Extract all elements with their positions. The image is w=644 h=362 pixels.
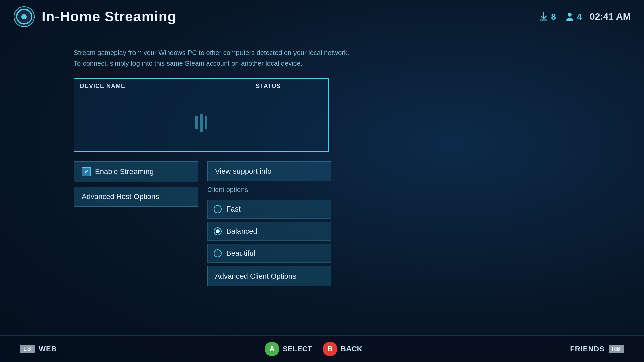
description: Stream gameplay from your Windows PC to … xyxy=(74,47,570,69)
footer-back-action: B BACK xyxy=(323,342,362,356)
radio-balanced-label: Balanced xyxy=(226,227,257,236)
rb-badge: RB xyxy=(609,345,624,353)
footer-right: FRIENDS RB xyxy=(570,345,624,353)
loading-bar-2 xyxy=(200,114,203,132)
table-body xyxy=(74,94,328,151)
description-line1: Stream gameplay from your Windows PC to … xyxy=(74,47,570,58)
back-label: BACK xyxy=(341,345,362,353)
footer-center: A SELECT B BACK xyxy=(265,342,362,356)
loading-bar-1 xyxy=(195,116,198,129)
right-column: View support info Client options Fast Ba… xyxy=(207,161,331,286)
header-right: 8 4 02:41 AM xyxy=(538,11,631,22)
client-option-balanced[interactable]: Balanced xyxy=(207,222,331,241)
friends-icon xyxy=(564,11,575,22)
advanced-client-button[interactable]: Advanced Client Options xyxy=(207,266,331,286)
svg-point-3 xyxy=(568,13,572,17)
radio-beautiful-circle xyxy=(214,249,222,257)
loading-bar-3 xyxy=(205,116,207,129)
steam-logo-icon xyxy=(13,6,35,27)
footer-select-action: A SELECT xyxy=(265,342,312,356)
b-button[interactable]: B xyxy=(323,342,337,356)
table-header: DEVICE NAME STATUS xyxy=(74,79,328,94)
description-line2: To connect, simply log into this same St… xyxy=(74,58,570,69)
client-option-beautiful[interactable]: Beautiful xyxy=(207,244,331,263)
footer-left: LB WEB xyxy=(20,345,57,353)
enable-streaming-checkbox: ✓ xyxy=(82,167,91,176)
device-table: DEVICE NAME STATUS xyxy=(74,78,329,152)
enable-streaming-button[interactable]: ✓ Enable Streaming xyxy=(74,161,198,182)
advanced-client-label: Advanced Client Options xyxy=(215,272,296,281)
loading-indicator xyxy=(195,114,207,132)
client-options-label: Client options xyxy=(207,185,331,195)
enable-streaming-label: Enable Streaming xyxy=(95,167,154,176)
radio-fast-label: Fast xyxy=(226,205,241,214)
checkmark-icon: ✓ xyxy=(84,168,89,175)
footer-web-label: WEB xyxy=(39,345,57,353)
select-label: SELECT xyxy=(283,345,312,353)
page-title: In-Home Streaming xyxy=(42,9,176,25)
header: In-Home Streaming 8 4 02:41 AM xyxy=(0,0,644,34)
view-support-label: View support info xyxy=(215,167,271,176)
radio-balanced-inner xyxy=(216,229,220,233)
download-count: 8 xyxy=(551,12,556,22)
view-support-button[interactable]: View support info xyxy=(207,161,331,181)
main-content: Stream gameplay from your Windows PC to … xyxy=(0,34,644,300)
options-layout: ✓ Enable Streaming Advanced Host Options… xyxy=(74,161,570,286)
svg-point-2 xyxy=(21,14,27,19)
a-button-label: A xyxy=(269,345,275,353)
b-button-label: B xyxy=(327,345,333,353)
radio-fast-circle xyxy=(214,205,222,213)
clock: 02:41 AM xyxy=(590,11,631,22)
a-button[interactable]: A xyxy=(265,342,279,356)
friends-badge: 4 xyxy=(564,11,582,22)
client-option-fast[interactable]: Fast xyxy=(207,200,331,219)
download-icon xyxy=(538,11,549,22)
lb-badge: LB xyxy=(20,345,35,353)
advanced-host-label: Advanced Host Options xyxy=(82,192,159,201)
download-badge: 8 xyxy=(538,11,556,22)
left-column: ✓ Enable Streaming Advanced Host Options xyxy=(74,161,198,207)
radio-balanced-circle xyxy=(214,227,222,235)
radio-beautiful-label: Beautiful xyxy=(226,249,255,258)
friends-footer-label: FRIENDS xyxy=(570,345,605,353)
friends-count: 4 xyxy=(577,12,582,22)
header-left: In-Home Streaming xyxy=(13,6,176,27)
col-device-name: DEVICE NAME xyxy=(80,83,256,90)
footer: LB WEB A SELECT B BACK FRIENDS RB xyxy=(0,335,644,362)
advanced-host-button[interactable]: Advanced Host Options xyxy=(74,187,198,207)
col-status: STATUS xyxy=(256,83,323,90)
